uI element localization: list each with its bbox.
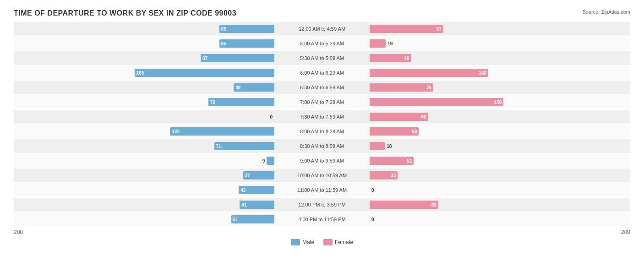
female-value: 75: [426, 85, 431, 90]
male-value: 9: [262, 158, 265, 163]
male-value: 65: [221, 27, 226, 32]
male-bar: 48: [234, 83, 274, 92]
male-label: Male: [302, 239, 314, 245]
bar-row: 41 12:00 PM to 3:59 PM 81: [14, 198, 630, 212]
time-label: 6:00 AM to 6:29 AM: [300, 70, 344, 76]
male-value: 71: [216, 144, 221, 149]
male-bar: 51: [231, 215, 274, 223]
male-value: 123: [172, 129, 180, 134]
bar-row: 78 7:00 AM to 7:29 AM 158: [14, 95, 630, 109]
bar-row: 37 10:00 AM to 10:59 AM 33: [14, 169, 630, 182]
male-bar: 42: [239, 186, 274, 194]
female-value: 19: [387, 41, 393, 46]
female-value: 69: [421, 114, 426, 120]
time-label: 7:00 AM to 7:29 AM: [300, 99, 344, 105]
female-bar: 69: [370, 113, 428, 121]
female-value: 49: [404, 56, 409, 61]
bar-row: 71 8:30 AM to 8:59 AM 18: [14, 139, 630, 153]
male-bar: 37: [243, 171, 274, 180]
male-swatch: [291, 239, 300, 245]
bar-row: 0 7:30 AM to 7:59 AM 69: [14, 110, 630, 124]
time-label: 12:00 PM to 3:59 PM: [298, 202, 345, 207]
source-text: Source: ZipAtlas.com: [582, 9, 630, 15]
chart-container: TIME OF DEPARTURE TO WORK BY SEX IN ZIP …: [14, 9, 630, 245]
male-value: 51: [233, 217, 238, 222]
time-label: 10:00 AM to 10:59 AM: [297, 173, 347, 178]
female-bar: 58: [370, 127, 419, 136]
bar-row: 123 8:00 AM to 8:29 AM 58: [14, 125, 630, 138]
female-bar: 140: [370, 69, 488, 77]
time-label: 7:30 AM to 7:59 AM: [300, 114, 344, 120]
male-value: 41: [241, 202, 246, 207]
legend: Male Female: [14, 239, 630, 245]
female-value: 0: [370, 188, 374, 193]
female-bar: 158: [370, 98, 503, 106]
legend-female: Female: [323, 239, 353, 245]
female-value: 52: [407, 158, 412, 163]
chart-area: 65 12:00 AM to 4:59 AM 87: [14, 22, 630, 226]
male-bar: 78: [208, 98, 274, 106]
male-value: 0: [270, 114, 274, 120]
male-value: 42: [240, 188, 246, 193]
legend-male: Male: [291, 239, 314, 245]
bar-row: 87 5:30 AM to 5:59 AM 49: [14, 51, 630, 65]
male-bar: 87: [201, 54, 274, 62]
female-swatch: [323, 239, 333, 245]
female-value: 33: [391, 173, 396, 178]
time-label: 12:00 AM to 4:59 AM: [299, 26, 345, 32]
male-bar: [267, 157, 274, 165]
female-bar: 75: [370, 83, 433, 92]
time-label: 4:00 PM to 11:59 PM: [298, 217, 345, 222]
axis-left: 200: [14, 229, 23, 235]
bar-row: 165 6:00 AM to 6:29 AM 140: [14, 66, 630, 80]
bar-row: 42 11:00 AM to 11:59 AM 0: [14, 183, 630, 197]
female-value: 87: [437, 27, 442, 32]
bar-row: 65 5:00 AM to 5:29 AM 19: [14, 37, 630, 50]
female-value: 58: [412, 129, 417, 134]
male-bar: 71: [214, 142, 274, 150]
axis-labels: 200 200: [14, 229, 630, 235]
male-value: 165: [136, 71, 144, 76]
female-bar: 49: [370, 54, 411, 62]
female-bar: 52: [370, 157, 414, 165]
time-label: 9:00 AM to 9:59 AM: [300, 158, 344, 163]
male-bar: 165: [135, 69, 274, 77]
male-value: 87: [202, 56, 207, 61]
time-label: 5:30 AM to 5:59 AM: [300, 55, 344, 61]
female-value: 140: [479, 71, 486, 76]
female-bar: [370, 142, 385, 150]
male-value: 48: [235, 85, 240, 90]
time-label: 6:30 AM to 6:59 AM: [300, 85, 344, 90]
female-bar: 33: [370, 171, 398, 180]
female-value: 158: [494, 100, 502, 105]
time-label: 5:00 AM to 5:29 AM: [300, 41, 344, 46]
axis-right: 200: [621, 229, 630, 235]
male-value: 65: [221, 41, 226, 46]
female-value: 18: [387, 144, 392, 149]
time-label: 8:00 AM to 8:29 AM: [300, 129, 344, 134]
time-label: 11:00 AM to 11:59 AM: [297, 187, 347, 193]
bar-row: 51 4:00 PM to 11:59 PM 0: [14, 212, 630, 226]
bar-row: 48 6:30 AM to 6:59 AM 75: [14, 81, 630, 94]
male-bar: 65: [219, 25, 274, 33]
female-bar: 81: [370, 201, 438, 209]
female-bar: [370, 39, 386, 48]
chart-title: TIME OF DEPARTURE TO WORK BY SEX IN ZIP …: [14, 9, 630, 17]
male-value: 78: [210, 100, 215, 105]
female-value: 0: [370, 217, 374, 222]
time-label: 8:30 AM to 8:59 AM: [300, 143, 344, 149]
female-value: 81: [431, 202, 437, 207]
male-bar: 123: [170, 127, 274, 136]
female-bar: 87: [370, 25, 443, 33]
bar-row: 65 12:00 AM to 4:59 AM 87: [14, 22, 630, 36]
male-value: 37: [245, 173, 250, 178]
male-bar: 65: [219, 39, 274, 48]
female-label: Female: [335, 239, 353, 245]
bar-row: 9 9:00 AM to 9:59 AM 52: [14, 154, 630, 168]
male-bar: 41: [240, 201, 274, 209]
